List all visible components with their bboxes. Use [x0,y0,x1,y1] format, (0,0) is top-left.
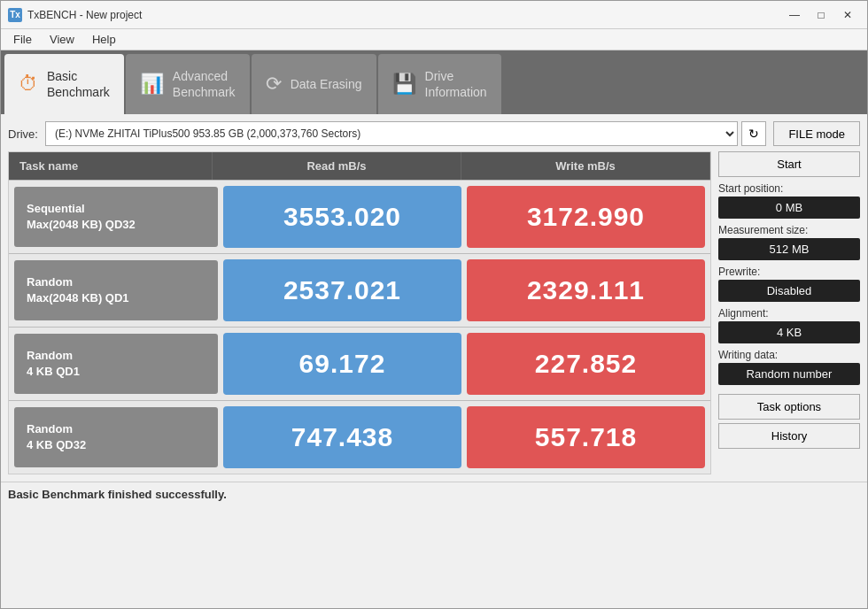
menu-help[interactable]: Help [83,31,125,48]
alignment-value: 4 KB [718,321,860,343]
write-sequential: 3172.990 [467,186,705,248]
task-sequential: SequentialMax(2048 KB) QD32 [14,187,218,247]
table-row: RandomMax(2048 KB) QD1 2537.021 2329.111 [9,253,710,327]
write-random-4k-qd32: 557.718 [467,406,705,468]
tab-data-erasing[interactable]: ⟳ Data Erasing [252,54,376,114]
read-sequential: 3553.020 [223,186,461,248]
start-position-label: Start position: [718,182,860,195]
status-text: Basic Benchmark finished successfully. [8,488,227,501]
erase-icon: ⟳ [266,73,282,96]
tab-basic-benchmark[interactable]: ⏱ BasicBenchmark [4,54,124,114]
prewrite-section: Prewrite: Disabled [718,266,860,302]
read-random-4k-qd1: 69.172 [223,333,461,395]
read-random-max: 2537.021 [223,259,461,321]
sidebar: Start Start position: 0 MB Measurement s… [718,151,860,474]
minimize-button[interactable]: — [782,6,807,24]
history-button[interactable]: History [718,423,860,449]
write-random-max: 2329.111 [467,259,705,321]
window-controls: — □ ✕ [782,6,860,24]
task-options-button[interactable]: Task options [718,394,860,420]
write-random-4k-qd1: 227.852 [467,333,705,395]
benchmark-table: Task name Read mB/s Write mB/s Sequentia… [8,151,711,474]
tab-info-label: DriveInformation [425,68,487,100]
nav-tabs: ⏱ BasicBenchmark 📊 AdvancedBenchmark ⟳ D… [1,50,867,114]
alignment-label: Alignment: [718,307,860,320]
task-random-4k-qd1: Random4 KB QD1 [14,334,218,394]
drive-select-wrapper: (E:) NVMe ZHITAI TiPlus500 953.85 GB (2,… [45,121,766,146]
read-random-4k-qd32: 747.438 [223,406,461,468]
drive-icon: 💾 [392,73,416,96]
tab-advanced-label: AdvancedBenchmark [173,68,236,100]
start-position-value: 0 MB [718,197,860,219]
writing-data-label: Writing data: [718,349,860,361]
drive-select[interactable]: (E:) NVMe ZHITAI TiPlus500 953.85 GB (2,… [45,121,738,146]
table-row: Random4 KB QD1 69.172 227.852 [9,327,710,400]
menu-bar: File View Help [1,29,867,50]
header-read: Read mB/s [213,152,461,180]
drive-row: Drive: (E:) NVMe ZHITAI TiPlus500 953.85… [8,121,860,146]
start-position-section: Start position: 0 MB [718,182,860,219]
status-bar: Basic Benchmark finished successfully. [1,482,867,506]
measurement-size-value: 512 MB [718,238,860,260]
table-header: Task name Read mB/s Write mB/s [9,152,710,180]
tab-basic-label: BasicBenchmark [47,68,110,100]
tab-advanced-benchmark[interactable]: 📊 AdvancedBenchmark [126,54,250,114]
close-button[interactable]: ✕ [835,6,860,24]
prewrite-value: Disabled [718,280,860,302]
menu-view[interactable]: View [41,31,83,48]
chart-icon: 📊 [140,73,164,96]
header-write: Write mB/s [461,152,710,180]
maximize-button[interactable]: □ [809,6,833,24]
measurement-size-section: Measurement size: 512 MB [718,224,860,260]
drive-label: Drive: [8,127,38,141]
start-button[interactable]: Start [718,151,860,177]
prewrite-label: Prewrite: [718,266,860,278]
table-row: Random4 KB QD32 747.438 557.718 [9,400,710,474]
task-random-max: RandomMax(2048 KB) QD1 [14,260,218,320]
timer-icon: ⏱ [19,73,38,96]
task-random-4k-qd32: Random4 KB QD32 [14,407,218,467]
drive-refresh-button[interactable]: ↻ [741,121,766,146]
table-row: SequentialMax(2048 KB) QD32 3553.020 317… [9,180,710,253]
main-area: Task name Read mB/s Write mB/s Sequentia… [8,151,860,474]
measurement-size-label: Measurement size: [718,224,860,236]
menu-file[interactable]: File [4,31,41,48]
tab-drive-info[interactable]: 💾 DriveInformation [378,54,501,114]
app-icon: Tx [8,8,22,22]
window-title: TxBENCH - New project [27,9,782,21]
header-task: Task name [9,152,213,180]
writing-data-value: Random number [718,363,860,385]
content-area: Drive: (E:) NVMe ZHITAI TiPlus500 953.85… [1,114,867,482]
writing-data-section: Writing data: Random number [718,349,860,385]
title-bar: Tx TxBENCH - New project — □ ✕ [1,1,867,29]
file-mode-button[interactable]: FILE mode [773,121,860,146]
tab-erase-label: Data Erasing [291,76,362,92]
alignment-section: Alignment: 4 KB [718,307,860,343]
